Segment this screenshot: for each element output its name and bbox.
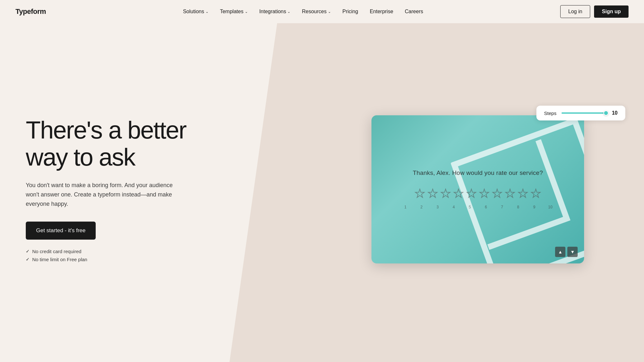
star-3[interactable]: ★ bbox=[440, 187, 451, 200]
signup-button[interactable]: Sign up bbox=[594, 5, 629, 18]
nav-label-resources: Resources bbox=[302, 9, 326, 14]
star-numbers: 1 2 3 4 5 6 7 8 9 10 bbox=[399, 205, 556, 209]
nav-label-solutions: Solutions bbox=[183, 9, 204, 14]
steps-slider-fill bbox=[562, 112, 607, 114]
steps-label: Steps bbox=[544, 110, 556, 116]
checklist-item: ✓ No time limit on Free plan bbox=[26, 257, 327, 262]
checklist-item: ✓ No credit card required bbox=[26, 249, 327, 254]
nav-item-solutions[interactable]: Solutions ⌄ bbox=[183, 9, 208, 14]
card-nav-up-button[interactable]: ▲ bbox=[555, 247, 565, 257]
form-question: Thanks, Alex. How would you rate our ser… bbox=[413, 169, 543, 176]
star-10[interactable]: ★ bbox=[531, 187, 541, 200]
nav-item-pricing[interactable]: Pricing bbox=[342, 9, 358, 14]
star-1[interactable]: ★ bbox=[415, 187, 425, 200]
chevron-down-icon: ⌄ bbox=[328, 10, 331, 14]
star-num-6: 6 bbox=[480, 205, 492, 209]
star-num-10: 10 bbox=[544, 205, 556, 209]
navbar: Typeform Solutions ⌄ Templates ⌄ Integra… bbox=[0, 0, 644, 23]
steps-slider-thumb bbox=[603, 110, 609, 116]
nav-item-templates[interactable]: Templates ⌄ bbox=[220, 9, 248, 14]
star-5[interactable]: ★ bbox=[466, 187, 476, 200]
hero-section: There's a better way to ask You don't wa… bbox=[0, 23, 644, 362]
star-num-3: 3 bbox=[432, 205, 443, 209]
star-2[interactable]: ★ bbox=[428, 187, 438, 200]
nav-label-enterprise: Enterprise bbox=[370, 9, 393, 14]
login-button[interactable]: Log in bbox=[560, 5, 591, 18]
star-9[interactable]: ★ bbox=[518, 187, 528, 200]
nav-label-pricing: Pricing bbox=[342, 9, 358, 14]
nav-item-integrations[interactable]: Integrations ⌄ bbox=[259, 9, 291, 14]
check-icon: ✓ bbox=[26, 249, 30, 254]
form-card: Thanks, Alex. How would you rate our ser… bbox=[371, 115, 584, 263]
form-card-content: Thanks, Alex. How would you rate our ser… bbox=[371, 115, 584, 263]
card-nav: ▲ ▼ bbox=[555, 247, 578, 257]
chevron-down-icon: ⌄ bbox=[287, 10, 290, 14]
star-6[interactable]: ★ bbox=[479, 187, 489, 200]
star-num-9: 9 bbox=[528, 205, 540, 209]
steps-slider-track[interactable] bbox=[562, 112, 607, 114]
star-num-1: 1 bbox=[399, 205, 411, 209]
nav-actions: Log in Sign up bbox=[560, 5, 629, 18]
nav-item-enterprise[interactable]: Enterprise bbox=[370, 9, 393, 14]
logo[interactable]: Typeform bbox=[15, 7, 46, 16]
nav-links: Solutions ⌄ Templates ⌄ Integrations ⌄ R… bbox=[183, 9, 423, 14]
steps-value: 10 bbox=[612, 110, 618, 116]
check-icon: ✓ bbox=[26, 257, 30, 262]
nav-label-careers: Careers bbox=[405, 9, 423, 14]
star-num-4: 4 bbox=[448, 205, 459, 209]
hero-subtext: You don't want to make a boring form. An… bbox=[26, 181, 187, 208]
card-nav-down-button[interactable]: ▼ bbox=[567, 247, 578, 257]
star-rating[interactable]: ★ ★ ★ ★ ★ ★ ★ ★ ★ ★ bbox=[415, 187, 541, 200]
hero-left: There's a better way to ask You don't wa… bbox=[26, 117, 327, 262]
star-num-7: 7 bbox=[496, 205, 508, 209]
nav-label-templates: Templates bbox=[220, 9, 244, 14]
star-num-8: 8 bbox=[512, 205, 524, 209]
star-7[interactable]: ★ bbox=[492, 187, 502, 200]
hero-right: Steps 10 Thanks, Alex. How would you rat… bbox=[327, 115, 629, 263]
chevron-down-icon: ⌄ bbox=[245, 10, 248, 14]
nav-label-integrations: Integrations bbox=[259, 9, 286, 14]
chevron-down-icon: ⌄ bbox=[206, 10, 208, 14]
hero-checklist: ✓ No credit card required ✓ No time limi… bbox=[26, 249, 327, 262]
cta-button[interactable]: Get started - it's free bbox=[26, 222, 96, 240]
nav-item-careers[interactable]: Careers bbox=[405, 9, 423, 14]
hero-heading: There's a better way to ask bbox=[26, 117, 200, 170]
star-num-5: 5 bbox=[464, 205, 476, 209]
nav-item-resources[interactable]: Resources ⌄ bbox=[302, 9, 331, 14]
star-8[interactable]: ★ bbox=[505, 187, 515, 200]
steps-widget: Steps 10 bbox=[536, 106, 625, 120]
star-4[interactable]: ★ bbox=[453, 187, 464, 200]
star-num-2: 2 bbox=[416, 205, 427, 209]
